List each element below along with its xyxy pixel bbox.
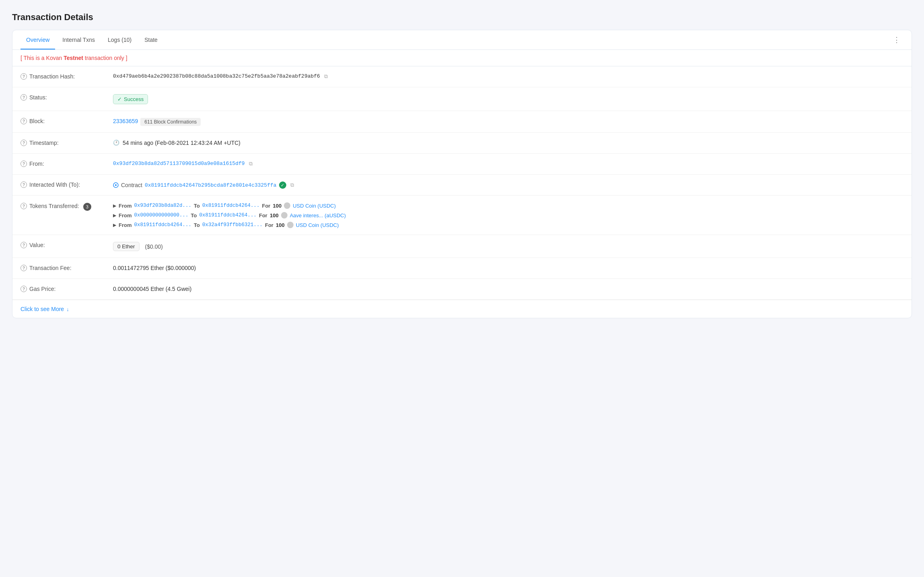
tab-internal-txns[interactable]: Internal Txns bbox=[57, 30, 101, 49]
from-value: 0x93df203b8da82d57113709015d0a9e08a1615d… bbox=[113, 160, 903, 167]
tokens-help-icon[interactable]: ? bbox=[21, 203, 27, 209]
token-arrow-2: ▶ bbox=[113, 213, 116, 218]
token-amount-2: 100 bbox=[270, 212, 279, 218]
interacted-value: Contract 0x81911fddcb42647b295bcda8f2e80… bbox=[113, 181, 903, 189]
status-label: ? Status: bbox=[21, 94, 113, 101]
row-tx-hash: ? Transaction Hash: 0xd479aeb6b4a2e29023… bbox=[12, 66, 912, 87]
fee-text: 0.0011472795 Ether ($0.000000) bbox=[113, 265, 196, 271]
more-arrow-icon: ↓ bbox=[66, 306, 69, 312]
timestamp-value: 🕐 54 mins ago (Feb-08-2021 12:43:24 AM +… bbox=[113, 139, 903, 146]
status-badge: ✓ Success bbox=[113, 94, 148, 104]
token-to-label-1: To bbox=[194, 203, 200, 209]
status-value: ✓ Success bbox=[113, 94, 903, 104]
token-row-1: ▶ From 0x93df203b8da82d... To 0x81911fdd… bbox=[113, 202, 346, 209]
page-title: Transaction Details bbox=[12, 12, 912, 23]
token-row-2: ▶ From 0x0000000000000... To 0x81911fddc… bbox=[113, 212, 346, 218]
value-help-icon[interactable]: ? bbox=[21, 242, 27, 248]
row-block: ? Block: 23363659 611 Block Confirmation… bbox=[12, 111, 912, 133]
block-number-link[interactable]: 23363659 bbox=[113, 118, 138, 124]
from-help-icon[interactable]: ? bbox=[21, 161, 27, 167]
token-circle-1 bbox=[284, 202, 290, 209]
gas-help-icon[interactable]: ? bbox=[21, 286, 27, 292]
token-arrow-1: ▶ bbox=[113, 203, 116, 208]
token-amount-3: 100 bbox=[276, 222, 285, 228]
tx-hash-text: 0xd479aeb6b4a2e2902387b08c88da5a1008ba32… bbox=[113, 73, 320, 79]
token-from-addr-3[interactable]: 0x81911fddcb4264... bbox=[134, 222, 192, 228]
contract-address-link[interactable]: 0x81911fddcb42647b295bcda8f2e801e4c3325f… bbox=[145, 182, 277, 188]
contract-icon bbox=[113, 182, 119, 188]
row-gas: ? Gas Price: 0.0000000045 Ether (4.5 Gwe… bbox=[12, 279, 912, 300]
token-to-addr-3[interactable]: 0x32a4f93ffbb6321... bbox=[202, 222, 263, 228]
row-fee: ? Transaction Fee: 0.0011472795 Ether ($… bbox=[12, 258, 912, 279]
tx-hash-help-icon[interactable]: ? bbox=[21, 73, 27, 80]
tokens-list: ▶ From 0x93df203b8da82d... To 0x81911fdd… bbox=[113, 202, 346, 228]
row-value: ? Value: 0 Ether ($0.00) bbox=[12, 235, 912, 258]
click-more-label: Click to see More bbox=[21, 306, 64, 312]
token-row-3: ▶ From 0x81911fddcb4264... To 0x32a4f93f… bbox=[113, 222, 346, 228]
from-copy-icon[interactable]: ⧉ bbox=[249, 161, 253, 167]
value-eth-badge: 0 Ether bbox=[113, 242, 140, 251]
tabs-bar: Overview Internal Txns Logs (10) State ⋮ bbox=[12, 30, 912, 50]
value-label: ? Value: bbox=[21, 241, 113, 248]
transaction-card: Overview Internal Txns Logs (10) State ⋮… bbox=[12, 30, 912, 318]
token-for-label-2: For bbox=[259, 212, 267, 218]
block-help-icon[interactable]: ? bbox=[21, 118, 27, 124]
status-check-icon: ✓ bbox=[117, 96, 122, 102]
contract-copy-icon[interactable]: ⧉ bbox=[290, 182, 294, 188]
from-label: ? From: bbox=[21, 160, 113, 167]
interacted-help-icon[interactable]: ? bbox=[21, 181, 27, 188]
block-confirmations-badge: 611 Block Confirmations bbox=[140, 118, 201, 126]
block-label: ? Block: bbox=[21, 117, 113, 124]
token-from-label-1: From bbox=[119, 203, 132, 209]
fee-label: ? Transaction Fee: bbox=[21, 264, 113, 271]
svg-point-1 bbox=[115, 184, 117, 186]
gas-text: 0.0000000045 Ether (4.5 Gwei) bbox=[113, 286, 191, 292]
tx-hash-label: ? Transaction Hash: bbox=[21, 73, 113, 80]
row-interacted: ? Interacted With (To): Contract 0x81911… bbox=[12, 175, 912, 196]
tokens-label: ? Tokens Transferred: 3 bbox=[21, 202, 113, 211]
testnet-banner: [ This is a Kovan Testnet transaction on… bbox=[12, 50, 912, 66]
token-amount-1: 100 bbox=[273, 203, 281, 209]
token-name-1[interactable]: USD Coin (USDC) bbox=[293, 203, 336, 209]
tab-overview[interactable]: Overview bbox=[21, 30, 55, 49]
token-to-label-2: To bbox=[191, 212, 197, 218]
tab-logs[interactable]: Logs (10) bbox=[102, 30, 137, 49]
token-from-addr-2[interactable]: 0x0000000000000... bbox=[134, 212, 189, 218]
token-name-3[interactable]: USD Coin (USDC) bbox=[296, 222, 339, 228]
from-address-link[interactable]: 0x93df203b8da82d57113709015d0a9e08a1615d… bbox=[113, 161, 245, 167]
tokens-value: ▶ From 0x93df203b8da82d... To 0x81911fdd… bbox=[113, 202, 903, 228]
row-tokens: ? Tokens Transferred: 3 ▶ From 0x93df203… bbox=[12, 196, 912, 235]
token-arrow-3: ▶ bbox=[113, 223, 116, 228]
click-more-button[interactable]: Click to see More ↓ bbox=[12, 300, 912, 318]
token-from-label-3: From bbox=[119, 222, 132, 228]
timestamp-label: ? Timestamp: bbox=[21, 139, 113, 146]
token-circle-2 bbox=[281, 212, 287, 218]
interacted-label: ? Interacted With (To): bbox=[21, 181, 113, 188]
value-display: 0 Ether ($0.00) bbox=[113, 241, 903, 251]
timestamp-text: 54 mins ago (Feb-08-2021 12:43:24 AM +UT… bbox=[123, 140, 240, 146]
token-to-addr-1[interactable]: 0x81911fddcb4264... bbox=[202, 203, 260, 208]
row-timestamp: ? Timestamp: 🕐 54 mins ago (Feb-08-2021 … bbox=[12, 133, 912, 154]
token-for-label-1: For bbox=[262, 203, 270, 209]
timestamp-help-icon[interactable]: ? bbox=[21, 140, 27, 146]
token-for-label-3: For bbox=[265, 222, 273, 228]
fee-value: 0.0011472795 Ether ($0.000000) bbox=[113, 264, 903, 271]
gas-label: ? Gas Price: bbox=[21, 285, 113, 292]
token-from-addr-1[interactable]: 0x93df203b8da82d... bbox=[134, 203, 192, 208]
status-help-icon[interactable]: ? bbox=[21, 94, 27, 101]
tabs-menu-button[interactable]: ⋮ bbox=[890, 32, 903, 47]
value-usd-text: ($0.00) bbox=[145, 243, 163, 250]
gas-value: 0.0000000045 Ether (4.5 Gwei) bbox=[113, 285, 903, 292]
row-from: ? From: 0x93df203b8da82d57113709015d0a9e… bbox=[12, 154, 912, 175]
token-from-label-2: From bbox=[119, 212, 132, 218]
clock-icon: 🕐 bbox=[113, 140, 119, 146]
token-to-addr-2[interactable]: 0x81911fddcb4264... bbox=[199, 212, 257, 218]
tab-state[interactable]: State bbox=[139, 30, 163, 49]
contract-label-text: Contract bbox=[121, 182, 142, 188]
row-status: ? Status: ✓ Success bbox=[12, 87, 912, 111]
token-name-2[interactable]: Aave interes... (aUSDC) bbox=[290, 212, 346, 218]
fee-help-icon[interactable]: ? bbox=[21, 265, 27, 271]
tokens-count-badge: 3 bbox=[83, 203, 91, 211]
tx-hash-copy-icon[interactable]: ⧉ bbox=[324, 73, 328, 80]
token-circle-3 bbox=[287, 222, 294, 228]
